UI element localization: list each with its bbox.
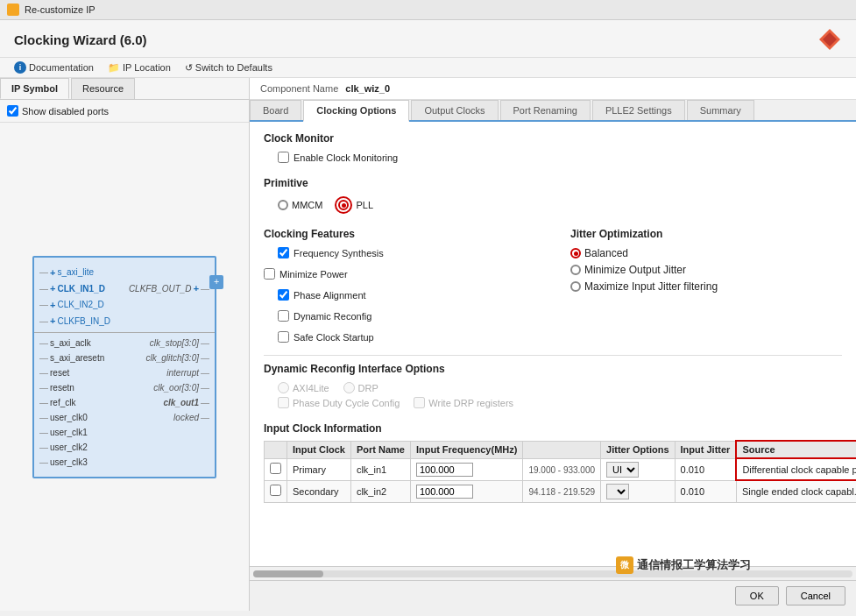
watermark-text: 通信情报工学算法学习	[637, 557, 751, 573]
pll-radio[interactable]	[338, 200, 349, 210]
info-icon: i	[14, 61, 26, 74]
td-primary-source: Differential clock capable pi... ▼	[736, 458, 856, 480]
safe-clock-startup-checkbox[interactable]	[278, 331, 289, 343]
td-secondary-freq	[410, 480, 523, 502]
axi4lite-radio[interactable]	[278, 382, 289, 393]
balanced-radio[interactable]	[570, 248, 581, 258]
horizontal-scrollbar[interactable]	[253, 570, 852, 577]
phase-alignment-checkbox[interactable]	[278, 289, 289, 301]
jitter-optimization-title: Jitter Optimization	[570, 228, 842, 240]
switch-defaults-label: Switch to Defaults	[195, 62, 272, 73]
dynamic-reconfig-checkbox[interactable]	[278, 310, 289, 322]
td-primary-range: 19.000 - 933.000	[523, 458, 601, 480]
minimize-power-label: Minimize Power	[279, 269, 348, 280]
table-header-row: Input Clock Port Name Input Frequency(MH…	[265, 441, 857, 458]
watermark: 微 通信情报工学算法学习	[616, 556, 751, 574]
drp-radio[interactable]	[343, 382, 355, 393]
tab-resource[interactable]: Resource	[71, 78, 135, 99]
primary-jitter-select[interactable]: UI	[606, 462, 639, 478]
mmcm-radio[interactable]	[278, 200, 288, 210]
primitive-section: Primitive MMCM PLL	[264, 177, 842, 214]
wm-icon: 微	[616, 556, 633, 574]
minimize-output-jitter-radio[interactable]	[570, 265, 581, 275]
clock-monitor-section: Clock Monitor Enable Clock Monitoring	[264, 132, 842, 163]
clocking-features-title: Clocking Features	[264, 228, 535, 240]
tab-plle2-settings[interactable]: PLLE2 Settings	[592, 100, 685, 120]
th-input-clock: Input Clock	[287, 441, 351, 458]
safe-clock-startup-row: Safe Clock Startup	[278, 331, 535, 343]
tab-summary[interactable]: Summary	[687, 100, 754, 120]
switch-defaults-link[interactable]: ↺ Switch to Defaults	[185, 62, 272, 74]
right-tab-bar: Board Clocking Options Output Clocks Por…	[250, 100, 856, 122]
table-row-secondary: Secondary clk_in2 94.118 - 219.529	[265, 480, 857, 502]
mmcm-label: MMCM	[292, 200, 322, 210]
cancel-button[interactable]: Cancel	[786, 586, 845, 605]
td-secondary-checkbox	[265, 480, 287, 502]
expand-button[interactable]: +	[209, 275, 223, 289]
phase-duty-cycle-checkbox[interactable]	[278, 397, 289, 408]
pll-label: PLL	[356, 200, 373, 210]
component-name-row: Component Name clk_wiz_0	[250, 78, 856, 100]
th-freq-range	[523, 441, 601, 458]
secondary-jitter-select[interactable]	[606, 484, 629, 499]
show-disabled-ports-checkbox[interactable]	[7, 105, 18, 117]
write-drp-checkbox[interactable]	[414, 397, 425, 408]
phase-duty-cycle-option: Phase Duty Cycle Config	[278, 397, 400, 408]
axi4lite-label: AXI4Lite	[293, 383, 329, 393]
clocking-features-checkboxes: Frequency Synthesis Minimize Power Phase…	[264, 247, 535, 348]
tab-output-clocks[interactable]: Output Clocks	[411, 100, 498, 120]
port-row-user-clk0: — user_clk0 locked —	[34, 410, 215, 425]
enable-clock-monitoring-checkbox[interactable]	[278, 152, 289, 163]
show-disabled-ports-label: Show disabled ports	[22, 106, 109, 117]
primitive-options-row: MMCM PLL	[278, 196, 842, 214]
axi4lite-option[interactable]: AXI4Lite	[278, 382, 329, 393]
freq-synthesis-checkbox[interactable]	[278, 247, 289, 258]
maximize-input-jitter-option[interactable]: Maximize Input Jitter filtering	[570, 280, 842, 293]
td-primary-checkbox	[265, 458, 287, 480]
port-row-clkfb-in: — + CLKFB_IN_D	[34, 313, 215, 329]
minimize-output-jitter-label: Minimize Output Jitter	[584, 264, 686, 276]
write-drp-label: Write DRP registers	[428, 398, 513, 408]
documentation-link[interactable]: i Documentation	[14, 61, 94, 74]
tab-port-renaming[interactable]: Port Renaming	[500, 100, 591, 120]
primary-checkbox[interactable]	[270, 463, 281, 474]
ip-location-link[interactable]: 📁 IP Location	[108, 62, 171, 74]
clocking-features-section: Clocking Features Frequency Synthesis Mi…	[264, 228, 535, 348]
th-input-jitter: Input Jitter	[675, 441, 736, 458]
documentation-label: Documentation	[29, 62, 94, 73]
freq-synthesis-label: Frequency Synthesis	[294, 248, 384, 258]
ip-location-label: IP Location	[123, 62, 171, 73]
mmcm-option[interactable]: MMCM	[278, 200, 322, 210]
secondary-checkbox[interactable]	[270, 485, 281, 496]
balanced-option[interactable]: Balanced	[570, 247, 842, 259]
scrollbar-thumb	[253, 570, 323, 577]
port-row-reset: — reset interrupt —	[34, 365, 215, 380]
port-clkfb-out-d: CLKFB_OUT_D	[129, 282, 192, 295]
main-header: Clocking Wizard (6.0)	[0, 20, 856, 58]
title-bar-text: Re-customize IP	[25, 4, 96, 15]
primary-freq-input[interactable]	[416, 463, 473, 477]
tab-ip-symbol[interactable]: IP Symbol	[0, 78, 69, 99]
ok-button[interactable]: OK	[735, 586, 779, 605]
td-secondary-clock: Secondary	[287, 480, 351, 502]
minimize-power-checkbox[interactable]	[264, 268, 275, 280]
ip-block: — + s_axi_lite — + CLK_IN1_D CLKFB_OUT_D…	[32, 256, 216, 478]
component-name-label: Component Name	[260, 83, 338, 94]
main-title: Clocking Wizard (6.0)	[14, 32, 147, 47]
dynamic-reconfig-interface-title: Dynamic Reconfig Interface Options	[264, 363, 842, 375]
td-secondary-source: Single ended clock capabl... ▼	[736, 480, 856, 502]
tab-clocking-options[interactable]: Clocking Options	[303, 100, 409, 122]
minimize-output-jitter-option[interactable]: Minimize Output Jitter	[570, 264, 842, 276]
drp-option[interactable]: DRP	[343, 382, 378, 393]
dynamic-reconfig-interface-section: Dynamic Reconfig Interface Options AXI4L…	[264, 363, 842, 408]
dynamic-reconfig-label: Dynamic Reconfig	[294, 311, 371, 322]
primitive-title: Primitive	[264, 177, 842, 189]
pll-option[interactable]: PLL	[335, 196, 373, 214]
separator-1	[264, 355, 842, 356]
port-row-clk-in2d: — + CLK_IN2_D +	[34, 297, 215, 314]
title-bar: Re-customize IP	[0, 0, 856, 20]
maximize-input-jitter-radio[interactable]	[570, 281, 581, 292]
td-secondary-jitter: 0.010	[675, 480, 736, 502]
secondary-freq-input[interactable]	[416, 485, 473, 499]
tab-board[interactable]: Board	[250, 100, 301, 120]
